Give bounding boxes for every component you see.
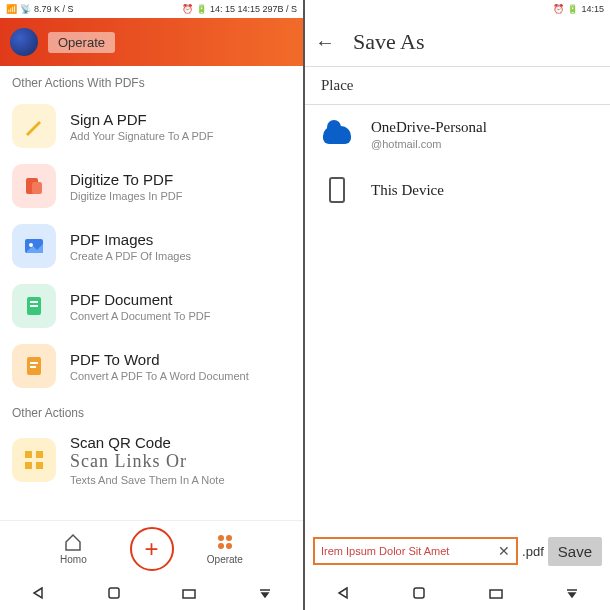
battery-icon: 🔋 — [196, 4, 207, 14]
filename-field-wrap[interactable]: ✕ — [313, 537, 518, 565]
fab-add[interactable]: + — [130, 527, 174, 571]
svg-rect-13 — [36, 462, 43, 469]
svg-rect-10 — [25, 451, 32, 458]
svg-rect-21 — [490, 590, 502, 598]
action-pdf-document[interactable]: PDF Document Convert A Document To PDF — [0, 276, 303, 336]
place-this-device[interactable]: This Device — [305, 164, 610, 216]
svg-rect-12 — [25, 462, 32, 469]
nav-home[interactable]: Homo — [60, 532, 87, 565]
home-button[interactable] — [105, 584, 123, 602]
battery-icon: 🔋 — [567, 4, 578, 14]
file-ext: .pdf — [522, 544, 544, 559]
device-icon — [321, 178, 353, 202]
action-digitize-pdf[interactable]: Digitize To PDF Digitize Images In PDF — [0, 156, 303, 216]
globe-icon[interactable] — [10, 28, 38, 56]
section-pdfs-title: Other Actions With PDFs — [0, 66, 303, 96]
tab-operate[interactable]: Operate — [48, 32, 115, 53]
time-text: 14:15 — [581, 4, 604, 14]
svg-point-14 — [218, 535, 224, 541]
home-icon — [63, 532, 83, 552]
svg-rect-5 — [30, 301, 38, 303]
svg-point-17 — [226, 543, 232, 549]
action-title: PDF Document — [70, 291, 210, 308]
cloud-icon — [321, 123, 353, 147]
action-pdf-images[interactable]: PDF Images Create A PDF Of Images — [0, 216, 303, 276]
back-button[interactable] — [334, 584, 352, 602]
app-header: Operate — [0, 18, 303, 66]
save-bar: ✕ .pdf Save — [305, 526, 610, 576]
page-title: Save As — [353, 29, 425, 55]
system-nav — [305, 576, 610, 610]
action-sub: Convert A Document To PDF — [70, 310, 210, 322]
save-as-header: ← Save As — [305, 18, 610, 66]
svg-rect-20 — [414, 588, 424, 598]
svg-point-15 — [226, 535, 232, 541]
svg-rect-19 — [183, 590, 195, 598]
action-sign-pdf[interactable]: Sign A PDF Add Your Signature To A PDF — [0, 96, 303, 156]
place-title: This Device — [371, 182, 444, 199]
svg-rect-11 — [36, 451, 43, 458]
document-icon — [12, 284, 56, 328]
action-title: Sign A PDF — [70, 111, 214, 128]
place-header: Place — [305, 66, 610, 105]
home-button[interactable] — [410, 584, 428, 602]
action-title: Scan QR Code — [70, 434, 225, 451]
drawer-button[interactable] — [563, 584, 581, 602]
action-scan-qr[interactable]: Scan QR Code Scan Links Or Texts And Sav… — [0, 426, 303, 494]
grid-icon — [215, 532, 235, 552]
places-list: OneDrive-Personal @hotmail.com This Devi… — [305, 105, 610, 526]
action-sub: Digitize Images In PDF — [70, 190, 182, 202]
net-speed: 8.79 K / S — [34, 4, 74, 14]
recent-button[interactable] — [180, 584, 198, 602]
signal-icon: 📶 — [6, 4, 17, 14]
place-sub: @hotmail.com — [371, 138, 487, 150]
alarm-icon: ⏰ — [553, 4, 564, 14]
word-icon — [12, 344, 56, 388]
place-onedrive[interactable]: OneDrive-Personal @hotmail.com — [305, 105, 610, 164]
system-nav — [0, 576, 303, 610]
nav-label: Homo — [60, 554, 87, 565]
svg-rect-1 — [32, 182, 42, 194]
plus-icon: + — [144, 535, 158, 563]
image-icon — [12, 224, 56, 268]
action-sub: Create A PDF Of Images — [70, 250, 191, 262]
svg-rect-9 — [30, 366, 36, 368]
status-bar-right: ⏰ 🔋 14:15 — [305, 0, 610, 18]
clear-icon[interactable]: ✕ — [498, 543, 510, 559]
pen-icon — [12, 104, 56, 148]
drawer-button[interactable] — [256, 584, 274, 602]
wifi-icon: 📡 — [20, 4, 31, 14]
nav-label: Operate — [207, 554, 243, 565]
recent-button[interactable] — [487, 584, 505, 602]
actions-list: Other Actions With PDFs Sign A PDF Add Y… — [0, 66, 303, 520]
qr-icon — [12, 438, 56, 482]
action-title: PDF To Word — [70, 351, 249, 368]
action-sub: Texts And Save Them In A Note — [70, 474, 225, 486]
action-pdf-to-word[interactable]: PDF To Word Convert A PDF To A Word Docu… — [0, 336, 303, 396]
status-bar-left: 📶 📡 8.79 K / S ⏰ 🔋 14: 15 14:15 297B / S — [0, 0, 303, 18]
digitize-icon — [12, 164, 56, 208]
filename-input[interactable] — [321, 545, 472, 557]
action-sub: Convert A PDF To A Word Document — [70, 370, 249, 382]
back-arrow-icon[interactable]: ← — [315, 31, 335, 54]
section-other-title: Other Actions — [0, 396, 303, 426]
svg-rect-6 — [30, 305, 38, 307]
nav-operate[interactable]: Operate — [207, 532, 243, 565]
bottom-nav: Homo + Operate — [0, 520, 303, 576]
scan-subtitle-big: Scan Links Or — [70, 451, 225, 472]
svg-rect-8 — [30, 362, 38, 364]
action-title: Digitize To PDF — [70, 171, 182, 188]
place-title: OneDrive-Personal — [371, 119, 487, 136]
svg-point-16 — [218, 543, 224, 549]
alarm-icon: ⏰ — [182, 4, 193, 14]
time-text: 14: 15 14:15 297B / S — [210, 4, 297, 14]
svg-rect-18 — [109, 588, 119, 598]
save-button[interactable]: Save — [548, 537, 602, 566]
svg-point-3 — [29, 243, 33, 247]
action-title: PDF Images — [70, 231, 191, 248]
back-button[interactable] — [29, 584, 47, 602]
action-sub: Add Your Signature To A PDF — [70, 130, 214, 142]
